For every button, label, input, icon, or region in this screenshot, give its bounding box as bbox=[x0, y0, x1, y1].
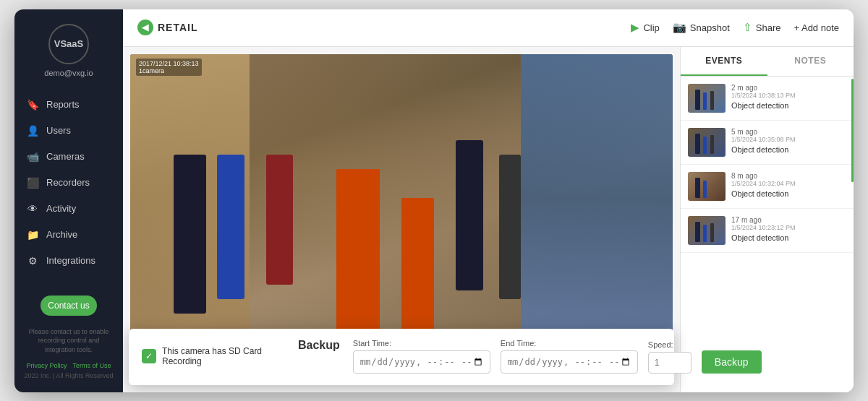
start-time-field: Start Time: bbox=[353, 339, 490, 374]
event-item[interactable]: 17 m ago 1/5/2024 10:23:12 PM Object det… bbox=[681, 209, 854, 253]
event-time-ago: 17 m ago bbox=[731, 216, 846, 224]
event-info: 8 m ago 1/5/2024 10:32:04 PM Object dete… bbox=[731, 172, 846, 201]
snapshot-icon: 📷 bbox=[673, 21, 686, 34]
backup-title: Backup bbox=[298, 339, 340, 352]
video-timestamp: 2017/12/21 10:38:13 1camera bbox=[136, 59, 202, 76]
share-label: Share bbox=[756, 22, 781, 33]
sidebar: VSaaS demo@vxg.io 🔖 Reports 👤 Users 📹 Ca… bbox=[14, 9, 123, 392]
event-info: 2 m ago 1/5/2024 10:38:13 PM Object dete… bbox=[731, 84, 846, 113]
store-scene: 2017/12/21 10:38:13 1camera bbox=[130, 54, 673, 342]
sidebar-item-integrations[interactable]: ⚙ Integrations bbox=[14, 248, 123, 274]
sidebar-label-integrations: Integrations bbox=[46, 255, 95, 266]
sidebar-item-reports[interactable]: 🔖 Reports bbox=[14, 92, 123, 118]
cameras-icon: 📹 bbox=[26, 151, 39, 163]
sidebar-item-users[interactable]: 👤 Users bbox=[14, 118, 123, 144]
event-thumbnail bbox=[688, 216, 726, 245]
event-thumbnail bbox=[688, 84, 726, 113]
event-timestamp: 1/5/2024 10:38:13 PM bbox=[731, 92, 846, 99]
recorders-icon: ⬛ bbox=[26, 177, 39, 189]
video-section: 2017/12/21 10:38:13 1camera ✓ This camer… bbox=[123, 47, 680, 392]
sidebar-links: Privacy Policy Terms of Use bbox=[26, 359, 111, 372]
sidebar-label-recorders: Recorders bbox=[46, 177, 90, 188]
end-time-label: End Time: bbox=[501, 339, 638, 348]
sidebar-user-email: demo@vxg.io bbox=[44, 69, 93, 77]
users-icon: 👤 bbox=[26, 125, 39, 137]
event-type: Object detection bbox=[731, 233, 846, 242]
integrations-icon: ⚙ bbox=[26, 255, 39, 267]
app-container: VSaaS demo@vxg.io 🔖 Reports 👤 Users 📹 Ca… bbox=[14, 9, 854, 392]
event-timestamp: 1/5/2024 10:32:04 PM bbox=[731, 180, 846, 187]
clip-button[interactable]: ▶ Clip bbox=[631, 21, 659, 34]
speed-field: Speed: bbox=[648, 340, 692, 374]
top-bar: ◀ RETAIL ▶ Clip 📷 Snapshot ⇧ Share + Add… bbox=[123, 9, 854, 47]
start-time-input[interactable] bbox=[353, 350, 490, 374]
content-area: 2017/12/21 10:38:13 1camera ✓ This camer… bbox=[123, 47, 854, 392]
sidebar-item-activity[interactable]: 👁 Activity bbox=[14, 196, 123, 222]
top-bar-actions: ▶ Clip 📷 Snapshot ⇧ Share + Add note bbox=[631, 21, 839, 34]
event-item[interactable]: 2 m ago 1/5/2024 10:38:13 PM Object dete… bbox=[681, 77, 854, 121]
contact-us-button[interactable]: Contact us bbox=[41, 296, 96, 316]
event-time-ago: 5 m ago bbox=[731, 128, 846, 136]
backup-form: Backup Start Time: End Time: Speed: bbox=[298, 339, 762, 374]
sidebar-item-cameras[interactable]: 📹 Cameras bbox=[14, 144, 123, 170]
sidebar-label-activity: Activity bbox=[46, 203, 76, 214]
speed-label: Speed: bbox=[648, 340, 692, 349]
video-wrapper[interactable]: 2017/12/21 10:38:13 1camera bbox=[130, 54, 673, 342]
share-button[interactable]: ⇧ Share bbox=[743, 21, 781, 34]
end-time-field: End Time: bbox=[501, 339, 638, 374]
events-tabs: EVENTS NOTES bbox=[681, 47, 854, 77]
main-content: ◀ RETAIL ▶ Clip 📷 Snapshot ⇧ Share + Add… bbox=[123, 9, 854, 392]
event-type: Object detection bbox=[731, 189, 846, 198]
logo-text: VSaaS bbox=[54, 38, 83, 49]
start-time-label: Start Time: bbox=[353, 339, 490, 348]
sidebar-item-recorders[interactable]: ⬛ Recorders bbox=[14, 170, 123, 196]
reports-icon: 🔖 bbox=[26, 99, 39, 111]
scroll-indicator bbox=[851, 79, 854, 182]
event-time-ago: 2 m ago bbox=[731, 84, 846, 92]
tab-events[interactable]: EVENTS bbox=[681, 47, 767, 76]
snapshot-button[interactable]: 📷 Snapshot bbox=[673, 21, 730, 34]
event-item[interactable]: 8 m ago 1/5/2024 10:32:04 PM Object dete… bbox=[681, 165, 854, 209]
sd-card-notice: ✓ This camera has SD Card Recording bbox=[142, 346, 286, 366]
privacy-policy-link[interactable]: Privacy Policy bbox=[26, 362, 67, 369]
sidebar-label-archive: Archive bbox=[46, 229, 77, 240]
clip-label: Clip bbox=[643, 22, 659, 33]
sd-check-icon: ✓ bbox=[142, 349, 156, 363]
sidebar-label-reports: Reports bbox=[46, 99, 80, 110]
tab-notes[interactable]: NOTES bbox=[767, 47, 854, 76]
clip-icon: ▶ bbox=[631, 21, 639, 34]
sidebar-copyright: 2022 Inc. | All Rights Reserved bbox=[25, 372, 114, 385]
add-note-button[interactable]: + Add note bbox=[793, 22, 839, 33]
backup-button[interactable]: Backup bbox=[702, 350, 762, 374]
sidebar-label-users: Users bbox=[46, 125, 71, 136]
sd-notice-text: This camera has SD Card Recording bbox=[162, 346, 286, 366]
back-button[interactable]: ◀ RETAIL bbox=[137, 20, 198, 35]
event-timestamp: 1/5/2024 10:23:12 PM bbox=[731, 224, 846, 231]
event-info: 5 m ago 1/5/2024 10:35:08 PM Object dete… bbox=[731, 128, 846, 157]
event-timestamp: 1/5/2024 10:35:08 PM bbox=[731, 136, 846, 143]
sidebar-item-archive[interactable]: 📁 Archive bbox=[14, 222, 123, 248]
back-icon: ◀ bbox=[137, 20, 153, 35]
event-type: Object detection bbox=[731, 145, 846, 154]
event-thumbnail bbox=[688, 172, 726, 201]
sidebar-footer-text: Please contact us to enable recording co… bbox=[14, 323, 123, 359]
event-time-ago: 8 m ago bbox=[731, 172, 846, 180]
event-info: 17 m ago 1/5/2024 10:23:12 PM Object det… bbox=[731, 216, 846, 245]
logo: VSaaS bbox=[48, 24, 89, 64]
end-time-input[interactable] bbox=[501, 350, 638, 374]
event-type: Object detection bbox=[731, 101, 846, 110]
event-item[interactable]: 5 m ago 1/5/2024 10:35:08 PM Object dete… bbox=[681, 121, 854, 165]
archive-icon: 📁 bbox=[26, 229, 39, 241]
event-thumbnail bbox=[688, 128, 726, 157]
snapshot-label: Snapshot bbox=[690, 22, 730, 33]
share-icon: ⇧ bbox=[743, 21, 752, 34]
sidebar-nav: 🔖 Reports 👤 Users 📹 Cameras ⬛ Recorders … bbox=[14, 92, 123, 288]
backup-popup-main: ✓ This camera has SD Card Recording Back… bbox=[129, 329, 674, 385]
terms-of-use-link[interactable]: Terms of Use bbox=[73, 362, 111, 369]
speed-input[interactable] bbox=[648, 352, 692, 374]
activity-icon: 👁 bbox=[26, 203, 39, 215]
sidebar-label-cameras: Cameras bbox=[46, 151, 85, 162]
page-title: RETAIL bbox=[158, 22, 198, 33]
